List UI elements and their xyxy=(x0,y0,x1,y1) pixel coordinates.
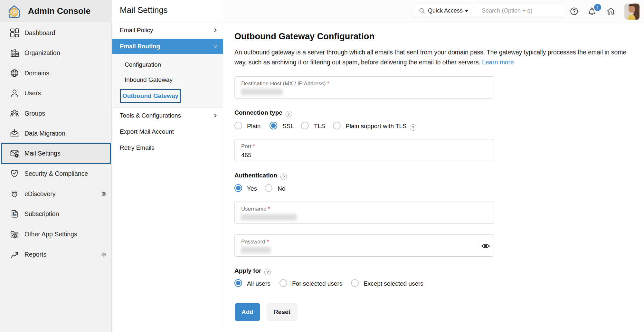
svg-text:$: $ xyxy=(13,212,15,215)
